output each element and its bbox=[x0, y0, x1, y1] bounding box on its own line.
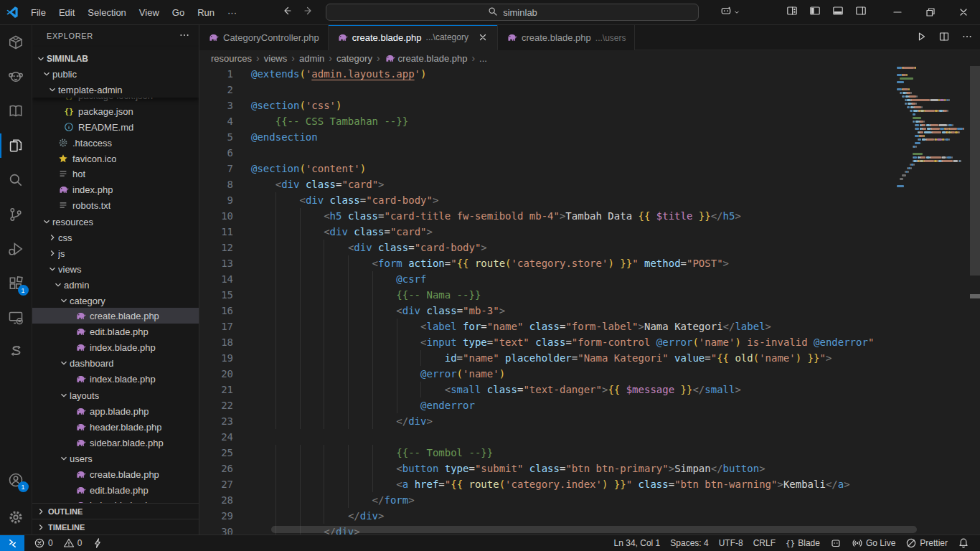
file-header.blade.php[interactable]: header.blade.php bbox=[32, 419, 199, 435]
menu-file[interactable]: File bbox=[24, 4, 52, 21]
layout-sidebar-right-button[interactable] bbox=[855, 5, 867, 19]
breadcrumb-item[interactable]: create.blade.php bbox=[385, 53, 468, 64]
remote-indicator[interactable] bbox=[0, 535, 24, 551]
code-line-8[interactable]: 8<div class="card"> bbox=[199, 176, 980, 192]
code-line-20[interactable]: 20@error('name') bbox=[199, 366, 980, 382]
code-line-16[interactable]: 16<div class="mb-3"> bbox=[199, 303, 980, 319]
status-bell[interactable] bbox=[953, 537, 974, 549]
section-timeline[interactable]: TIMELINE bbox=[32, 519, 199, 534]
folder-css[interactable]: css bbox=[32, 230, 199, 245]
file-edit.blade.php[interactable]: edit.blade.php bbox=[32, 324, 199, 339]
file-package.json[interactable]: {}package.json bbox=[32, 103, 199, 119]
code-line-13[interactable]: 13<form action="{{ route('category.store… bbox=[199, 255, 980, 271]
menu-[interactable]: ··· bbox=[221, 4, 243, 21]
tab-close-button[interactable] bbox=[477, 32, 489, 43]
copilot-icon[interactable] bbox=[720, 5, 732, 19]
code-editor[interactable]: 1@extends('admin.layouts.app')23@section… bbox=[199, 66, 980, 534]
activity-source-control-button[interactable] bbox=[0, 197, 32, 232]
status-blade[interactable]: {}Blade bbox=[781, 538, 825, 548]
file-readme.md[interactable]: README.md bbox=[32, 119, 199, 135]
activity-s-extension-button[interactable] bbox=[0, 335, 32, 369]
code-line-28[interactable]: 28</form> bbox=[199, 492, 980, 508]
chevron-down-icon[interactable] bbox=[733, 6, 740, 19]
breadcrumb-item[interactable]: admin bbox=[299, 53, 324, 64]
status-prettier[interactable]: Prettier bbox=[900, 537, 953, 549]
status-face[interactable] bbox=[825, 537, 847, 549]
file-edit.blade.php[interactable]: edit.blade.php bbox=[32, 482, 199, 498]
activity-run-debug-button[interactable] bbox=[0, 232, 32, 266]
status-0[interactable]: 0 bbox=[58, 537, 88, 549]
activity-monkey-button[interactable] bbox=[0, 60, 32, 94]
code-line-15[interactable]: 15{{-- Nama --}} bbox=[199, 287, 980, 303]
folder-siminlab[interactable]: SIMINLAB bbox=[32, 51, 199, 67]
code-line-1[interactable]: 1@extends('admin.layouts.app') bbox=[199, 66, 980, 82]
folder-public[interactable]: public bbox=[32, 66, 199, 82]
tab-3-create.blade.php[interactable]: create.blade.php...\users bbox=[498, 25, 636, 50]
restore-button[interactable] bbox=[914, 0, 947, 25]
code-line-19[interactable]: 19id="name" placeholder="Nama Kategori" … bbox=[199, 350, 980, 366]
forward-arrow-icon[interactable] bbox=[303, 5, 314, 19]
code-line-17[interactable]: 17<label for="name" class="form-label">N… bbox=[199, 319, 980, 334]
status-ln-34-col-1[interactable]: Ln 34, Col 1 bbox=[609, 538, 666, 548]
section-outline[interactable]: OUTLINE bbox=[32, 503, 199, 519]
activity-remote-explorer-button[interactable] bbox=[0, 301, 32, 335]
folder-category[interactable]: category bbox=[32, 293, 199, 309]
code-line-18[interactable]: 18<input type="text" class="form-control… bbox=[199, 334, 980, 350]
status-0[interactable]: 0 bbox=[29, 537, 58, 549]
folder-js[interactable]: js bbox=[32, 245, 199, 261]
layout-sidebar-left-button[interactable] bbox=[809, 5, 821, 19]
status-bolt[interactable] bbox=[87, 537, 108, 549]
status-go-live[interactable]: Go Live bbox=[847, 537, 900, 549]
vertical-scrollbar[interactable] bbox=[970, 66, 980, 276]
split-editor-button[interactable] bbox=[938, 31, 950, 45]
code-line-2[interactable]: 2 bbox=[199, 82, 980, 98]
layout-customize-button[interactable] bbox=[786, 5, 798, 19]
breadcrumb-item[interactable]: ... bbox=[479, 53, 487, 64]
code-line-29[interactable]: 29</div> bbox=[199, 508, 980, 524]
code-line-10[interactable]: 10<h5 class="card-title fw-semibold mb-4… bbox=[199, 208, 980, 224]
code-line-25[interactable]: 25{{-- Tombol --}} bbox=[199, 445, 980, 461]
breadcrumb-item[interactable]: resources bbox=[211, 53, 252, 64]
folder-template-admin[interactable]: template-admin bbox=[32, 82, 199, 98]
back-arrow-icon[interactable] bbox=[281, 5, 293, 19]
minimize-button[interactable] bbox=[881, 0, 914, 25]
folder-resources[interactable]: resources bbox=[32, 214, 199, 230]
file-robots.txt[interactable]: robots.txt bbox=[32, 197, 199, 213]
play-button[interactable] bbox=[915, 31, 927, 45]
layout-panel-button[interactable] bbox=[832, 5, 844, 19]
folder-dashboard[interactable]: dashboard bbox=[32, 355, 199, 371]
code-line-11[interactable]: 11<div class="card"> bbox=[199, 224, 980, 240]
breadcrumb-item[interactable]: category bbox=[336, 53, 372, 64]
status-utf-8[interactable]: UTF-8 bbox=[714, 538, 748, 548]
file-create.blade.php[interactable]: create.blade.php bbox=[32, 466, 199, 482]
code-line-12[interactable]: 12<div class="card-body"> bbox=[199, 240, 980, 255]
code-line-14[interactable]: 14@csrf bbox=[199, 271, 980, 287]
menu-edit[interactable]: Edit bbox=[52, 4, 81, 21]
file-index.blade.php[interactable]: index.blade.php bbox=[32, 371, 199, 387]
file-hot[interactable]: hot bbox=[32, 166, 199, 182]
menu-go[interactable]: Go bbox=[166, 4, 191, 21]
more-actions-button[interactable] bbox=[961, 31, 973, 45]
horizontal-scrollbar[interactable] bbox=[271, 526, 917, 533]
code-line-22[interactable]: 22@enderror bbox=[199, 397, 980, 413]
menu-view[interactable]: View bbox=[133, 4, 166, 21]
activity-search-button[interactable] bbox=[0, 163, 32, 197]
status-spaces-4[interactable]: Spaces: 4 bbox=[665, 538, 713, 548]
code-line-26[interactable]: 26<button type="submit" class="btn btn-p… bbox=[199, 461, 980, 476]
activity-extensions-button[interactable]: 1 bbox=[0, 266, 32, 301]
code-line-23[interactable]: 23</div> bbox=[199, 413, 980, 429]
folder-admin[interactable]: admin bbox=[32, 277, 199, 293]
code-line-9[interactable]: 9<div class="card-body"> bbox=[199, 192, 980, 208]
code-line-6[interactable]: 6 bbox=[199, 145, 980, 161]
code-line-24[interactable]: 24 bbox=[199, 429, 980, 445]
code-line-7[interactable]: 7@section('content') bbox=[199, 161, 980, 176]
activity-files-button[interactable] bbox=[0, 128, 32, 163]
activity-book-button[interactable] bbox=[0, 94, 32, 128]
code-line-4[interactable]: 4{{-- CSS Tambahan --}} bbox=[199, 113, 980, 129]
file-index.blade.php[interactable]: index.blade.php bbox=[32, 339, 199, 355]
activity-box-3d-button[interactable] bbox=[0, 25, 32, 60]
tab-2-create.blade.php[interactable]: create.blade.php...\category bbox=[329, 25, 498, 50]
file-app.blade.php[interactable]: app.blade.php bbox=[32, 403, 199, 419]
folder-views[interactable]: views bbox=[32, 261, 199, 277]
activity-account-button[interactable]: 1 bbox=[0, 463, 32, 497]
